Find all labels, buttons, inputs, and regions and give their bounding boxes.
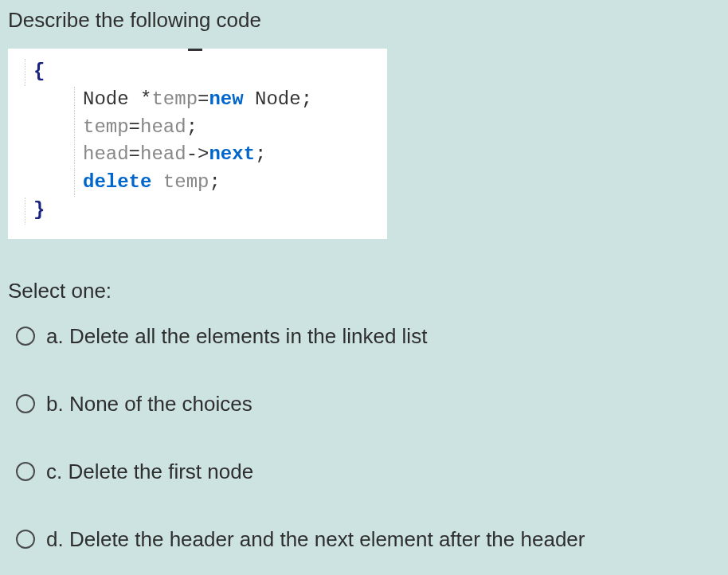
- code-token: temp: [83, 116, 129, 138]
- code-token: Node: [83, 88, 140, 110]
- code-token: ->: [186, 143, 209, 165]
- code-token: temp: [163, 171, 209, 193]
- code-line-1: {: [19, 58, 376, 86]
- radio-d[interactable]: [16, 530, 35, 549]
- brace-close: }: [33, 199, 45, 221]
- option-d[interactable]: d. Delete the header and the next elemen…: [16, 527, 720, 552]
- options-group: a. Delete all the elements in the linked…: [8, 324, 720, 552]
- option-c-label: c. Delete the first node: [46, 460, 253, 484]
- code-token: next: [209, 143, 255, 165]
- brace-open: {: [33, 61, 45, 82]
- code-block: { Node *temp=new Node; temp=head; head=h…: [8, 49, 387, 239]
- code-token: =: [198, 88, 209, 110]
- code-token: =: [129, 116, 140, 138]
- option-b-label: b. None of the choices: [46, 392, 252, 417]
- code-line-6: }: [19, 197, 376, 225]
- code-token: head: [83, 143, 129, 165]
- option-a-label: a. Delete all the elements in the linked…: [46, 324, 427, 349]
- code-token: [151, 171, 162, 193]
- option-a[interactable]: a. Delete all the elements in the linked…: [16, 324, 720, 349]
- code-token: ;: [301, 88, 312, 110]
- code-line-3: temp=head;: [19, 114, 376, 142]
- option-c[interactable]: c. Delete the first node: [16, 460, 720, 484]
- question-container: Describe the following code { Node *temp…: [8, 8, 720, 552]
- radio-b[interactable]: [16, 394, 35, 413]
- code-token: delete: [83, 171, 151, 193]
- option-b[interactable]: b. None of the choices: [16, 392, 720, 417]
- code-token: temp: [151, 88, 198, 110]
- code-tick-mark: [188, 49, 202, 51]
- code-token: Node: [244, 88, 301, 110]
- radio-c[interactable]: [16, 462, 35, 481]
- code-line-5: delete temp;: [19, 169, 376, 197]
- select-one-label: Select one:: [8, 279, 720, 303]
- code-token: ;: [255, 143, 266, 165]
- code-token: head: [140, 116, 186, 138]
- code-token: ;: [209, 171, 220, 193]
- code-token: new: [209, 88, 243, 110]
- question-prompt: Describe the following code: [8, 8, 720, 33]
- radio-a[interactable]: [16, 327, 35, 346]
- code-line-2: Node *temp=new Node;: [19, 86, 376, 114]
- code-token: head: [140, 143, 186, 165]
- code-token: *: [140, 88, 151, 110]
- code-token: =: [129, 143, 140, 165]
- code-token: ;: [186, 116, 198, 138]
- option-d-label: d. Delete the header and the next elemen…: [46, 527, 585, 552]
- code-line-4: head=head->next;: [19, 141, 376, 169]
